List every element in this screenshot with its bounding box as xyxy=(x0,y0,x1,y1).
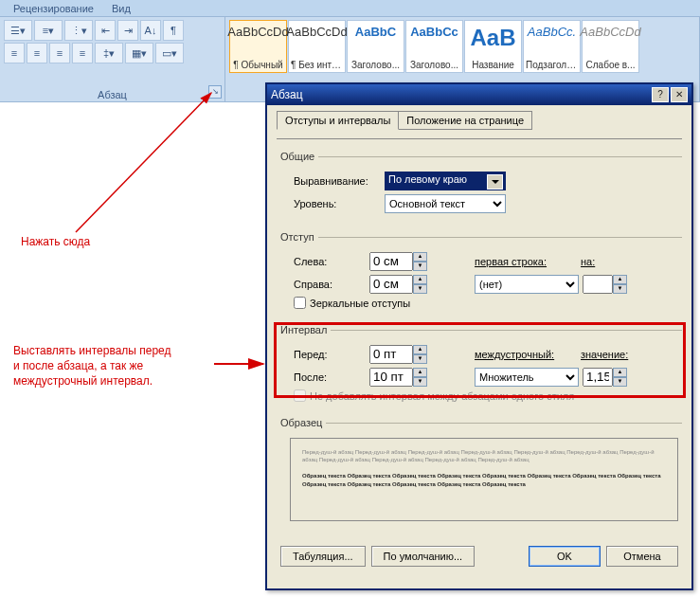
highlight-interval-frame xyxy=(274,322,686,398)
show-marks-button[interactable]: ¶ xyxy=(163,20,184,41)
borders-button[interactable]: ▭▾ xyxy=(155,43,184,63)
group-general: Общие Выравнивание: По левому краю Урове… xyxy=(277,151,682,226)
spin-up[interactable]: ▲ xyxy=(413,252,427,262)
align-label: Выравнивание: xyxy=(294,175,385,187)
anno-interval-l2: и после абзаца, а так же xyxy=(13,359,143,372)
arrow-click-here xyxy=(19,85,223,246)
group-indent: Отступ Слева: ▲▼ первая строка: на: Спра… xyxy=(277,231,682,318)
left-label: Слева: xyxy=(294,256,369,267)
style-sample: AaBbCcDd xyxy=(286,25,347,39)
default-button[interactable]: По умолчанию... xyxy=(371,546,476,567)
style-item-5[interactable]: AaBbCc.Подзаголо... xyxy=(523,20,581,73)
multilevel-button[interactable]: ⋮▾ xyxy=(64,20,93,41)
style-item-0[interactable]: AaBbCcDd¶ Обычный xyxy=(229,20,287,73)
legend-sample: Образец xyxy=(277,417,326,428)
ribbon-tabs: Рецензирование Вид xyxy=(0,0,700,17)
style-item-1[interactable]: AaBbCcDd¶ Без инте... xyxy=(288,20,346,73)
spin-down[interactable]: ▼ xyxy=(613,284,627,294)
style-name: Слабое в... xyxy=(584,60,637,70)
decrease-indent-button[interactable]: ⇤ xyxy=(95,20,116,41)
style-sample: AaBbC xyxy=(355,25,396,39)
ok-button[interactable]: OK xyxy=(529,546,601,567)
increase-indent-button[interactable]: ⇥ xyxy=(117,20,138,41)
mirror-check[interactable] xyxy=(294,297,306,309)
group-sample: Образец Перед-душ-й абзац Перед-душ-й аб… xyxy=(277,417,682,531)
svg-line-0 xyxy=(76,93,211,232)
style-name: ¶ Без инте... xyxy=(291,60,343,70)
on-spin[interactable] xyxy=(583,275,613,294)
sample-bold: Образец текста Образец текста Образец те… xyxy=(302,472,666,488)
sample-preview: Перед-душ-й абзац Перед-душ-й абзац Пере… xyxy=(290,438,678,521)
dialog-titlebar[interactable]: Абзац ? ✕ xyxy=(267,84,691,105)
style-name: Подзаголо... xyxy=(526,60,578,70)
level-combo[interactable]: Основной текст xyxy=(385,194,506,213)
cancel-button[interactable]: Отмена xyxy=(606,546,678,567)
style-item-2[interactable]: AaBbCЗаголово... xyxy=(347,20,404,73)
style-sample: AaB xyxy=(470,25,515,51)
level-label: Уровень: xyxy=(294,198,385,209)
bullets-button[interactable]: ☰▾ xyxy=(4,20,32,41)
style-sample: AaBbCc xyxy=(410,25,458,39)
anno-interval-l3: междустрочный интервал. xyxy=(13,374,153,388)
style-name: Название xyxy=(467,60,519,70)
align-combo[interactable]: По левому краю xyxy=(385,172,506,190)
style-name: ¶ Обычный xyxy=(232,60,284,70)
anno-interval-l1: Выставлять интервалы перед xyxy=(13,344,171,357)
style-item-6[interactable]: AaBbCcDdСлабое в... xyxy=(582,20,639,73)
spin-down[interactable]: ▼ xyxy=(413,262,427,271)
firstline-combo[interactable]: (нет) xyxy=(475,275,579,294)
arrow-interval xyxy=(214,357,271,371)
on-label: на: xyxy=(581,256,609,267)
firstline-label: первая строка: xyxy=(475,256,581,267)
spin-up[interactable]: ▲ xyxy=(613,275,627,284)
style-sample: AaBbCc. xyxy=(528,25,576,39)
right-label: Справа: xyxy=(294,279,369,290)
anno-interval: Выставлять интервалы перед и после абзац… xyxy=(13,343,171,389)
sample-grey: Перед-душ-й абзац Перед-душ-й абзац Пере… xyxy=(302,448,666,464)
style-item-3[interactable]: AaBbCcЗаголово... xyxy=(405,20,463,73)
ribbon-tab-review[interactable]: Рецензирование xyxy=(6,1,101,16)
legend-general: Общие xyxy=(277,151,318,162)
align-right-button[interactable]: ≡ xyxy=(49,43,70,63)
ribbon-tab-view[interactable]: Вид xyxy=(104,1,138,16)
legend-indent: Отступ xyxy=(277,231,318,243)
style-name: Заголово... xyxy=(408,60,460,70)
tabs-button[interactable]: Табуляция... xyxy=(280,546,366,567)
mirror-label: Зеркальные отступы xyxy=(310,298,410,309)
shading-button[interactable]: ▦▾ xyxy=(125,43,153,63)
tab-position[interactable]: Положение на странице xyxy=(398,111,532,130)
justify-button[interactable]: ≡ xyxy=(72,43,93,63)
left-spin[interactable] xyxy=(369,252,413,271)
style-sample: AaBbCcDd xyxy=(580,25,640,39)
align-center-button[interactable]: ≡ xyxy=(27,43,47,63)
dialog-title: Абзац xyxy=(271,88,650,101)
style-sample: AaBbCcDd xyxy=(227,25,288,39)
help-button[interactable]: ? xyxy=(652,87,669,102)
anno-click-here: Нажать сюда xyxy=(21,235,90,248)
align-left-button[interactable]: ≡ xyxy=(4,43,25,63)
sort-button[interactable]: A↓ xyxy=(140,20,161,41)
close-button[interactable]: ✕ xyxy=(671,87,688,102)
spin-up[interactable]: ▲ xyxy=(413,275,427,284)
numbering-button[interactable]: ≡▾ xyxy=(34,20,63,41)
right-spin[interactable] xyxy=(369,275,413,294)
style-name: Заголово... xyxy=(350,60,402,70)
tab-indents[interactable]: Отступы и интервалы xyxy=(277,111,399,130)
spin-down[interactable]: ▼ xyxy=(413,284,427,294)
style-item-4[interactable]: AaBНазвание xyxy=(464,20,522,73)
line-spacing-button[interactable]: ‡▾ xyxy=(95,43,123,63)
